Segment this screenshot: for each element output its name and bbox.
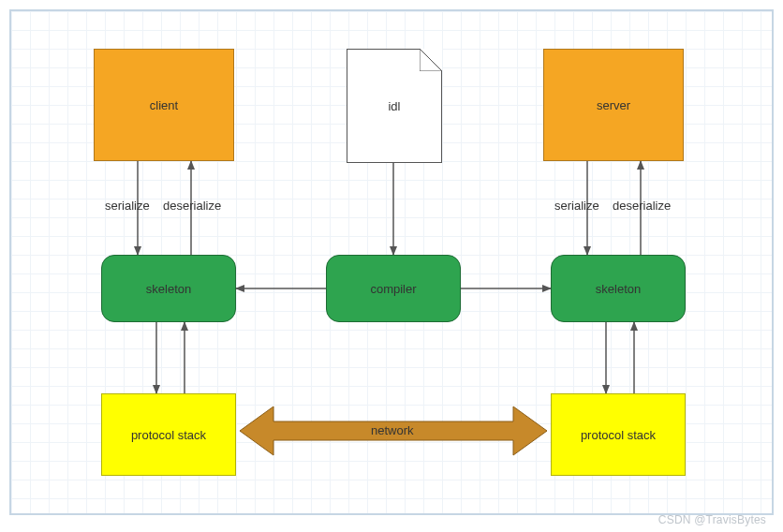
canvas: client idl server serialize deserialize … <box>0 0 783 532</box>
compiler-label: compiler <box>370 282 416 296</box>
deserialize-left-label: deserialize <box>163 199 221 213</box>
idl-label: idl <box>388 99 400 113</box>
serialize-right-label: serialize <box>554 199 599 213</box>
client-node: client <box>94 49 234 161</box>
network-label: network <box>371 423 414 437</box>
protocol-stack-left-node: protocol stack <box>101 393 236 476</box>
skeleton-right-label: skeleton <box>596 282 641 296</box>
server-node: server <box>543 49 684 161</box>
watermark: CSDN @TravisBytes <box>658 513 766 526</box>
skeleton-right-node: skeleton <box>551 255 686 322</box>
idl-node: idl <box>347 49 442 163</box>
client-label: client <box>150 98 178 112</box>
deserialize-right-label: deserialize <box>613 199 671 213</box>
diagram-frame: client idl server serialize deserialize … <box>9 9 774 515</box>
protocol-stack-left-label: protocol stack <box>131 428 206 442</box>
protocol-stack-right-node: protocol stack <box>551 393 686 476</box>
protocol-stack-right-label: protocol stack <box>581 428 656 442</box>
skeleton-left-node: skeleton <box>101 255 236 322</box>
skeleton-left-label: skeleton <box>146 282 191 296</box>
serialize-left-label: serialize <box>105 199 150 213</box>
compiler-node: compiler <box>326 255 461 322</box>
server-label: server <box>597 98 630 112</box>
